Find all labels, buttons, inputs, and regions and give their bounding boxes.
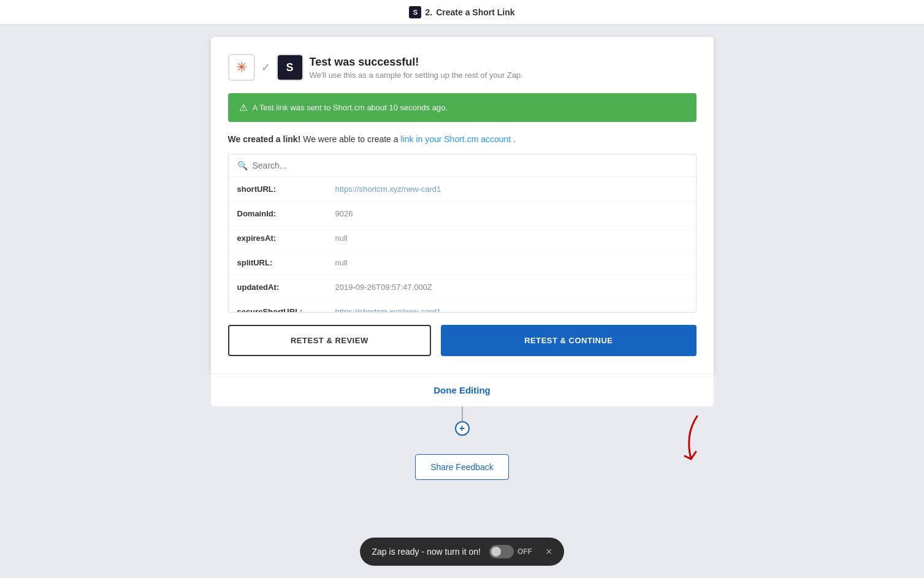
check-icon: ✓	[261, 61, 270, 74]
feedback-section: Share Feedback	[415, 454, 509, 480]
success-subtitle: We'll use this as a sample for setting u…	[310, 70, 523, 80]
short-cm-account-link[interactable]: link in your Short.cm account	[400, 134, 511, 144]
search-icon: 🔍	[237, 161, 248, 170]
search-input[interactable]	[253, 161, 687, 170]
data-row-key: splitURL:	[237, 258, 335, 267]
data-row: updatedAt: 2019-09-26T09:57:47.000Z	[229, 275, 696, 300]
connector: +	[211, 406, 714, 436]
retest-continue-button[interactable]: RETEST & CONTINUE	[441, 325, 696, 356]
success-header: ✳ ✓ S Test was successful! We'll use thi…	[228, 54, 697, 81]
green-alert: ⚠ A Test link was sent to Short.cm about…	[228, 93, 697, 122]
buttons-row: RETEST & REVIEW RETEST & CONTINUE	[228, 325, 697, 356]
zapier-icon: ✳	[228, 54, 255, 81]
toast-close-button[interactable]: ×	[546, 546, 552, 558]
data-row-value: 9026	[335, 209, 353, 218]
toggle-knob[interactable]	[489, 545, 514, 558]
data-row-key: expiresAt:	[237, 234, 335, 243]
alert-icon: ⚠	[239, 102, 248, 113]
data-row-value: null	[335, 234, 348, 243]
search-container: 🔍 shortURL: https://shortcm.xyz/new-card…	[228, 154, 697, 313]
link-created-text: We created a link! We were able to creat…	[228, 134, 697, 144]
data-row-key: updatedAt:	[237, 283, 335, 292]
content-wrapper: ✳ ✓ S Test was successful! We'll use thi…	[0, 25, 924, 541]
alert-message: A Test link was sent to Short.cm about 1…	[253, 103, 448, 112]
card-body: ✳ ✓ S Test was successful! We'll use thi…	[211, 37, 714, 373]
data-row-value: https://shortcm.xyz/new-card1	[335, 307, 441, 312]
link-created-middle: We were able to create a	[303, 134, 400, 144]
data-row: shortURL: https://shortcm.xyz/new-card1	[229, 177, 696, 202]
top-header: S 2. Create a Short Link	[0, 0, 924, 25]
data-row-value: null	[335, 258, 348, 267]
data-row: splitURL: null	[229, 251, 696, 275]
page-title: S 2. Create a Short Link	[409, 6, 514, 18]
data-row-key: shortURL:	[237, 184, 335, 194]
data-row-value: https://shortcm.xyz/new-card1	[335, 184, 441, 194]
data-row: DomainId: 9026	[229, 202, 696, 226]
toast-message: Zap is ready - now turn it on!	[372, 547, 481, 557]
shortcm-logo: S	[277, 54, 304, 81]
red-arrow-icon	[679, 410, 734, 477]
success-text: Test was successful! We'll use this as a…	[310, 56, 523, 80]
shortcm-logo-icon: S	[409, 6, 421, 18]
retest-review-button[interactable]: RETEST & REVIEW	[228, 325, 432, 356]
data-row-key: DomainId:	[237, 209, 335, 218]
data-row: secureShortURL: https://shortcm.xyz/new-…	[229, 300, 696, 312]
data-row-key: secureShortURL:	[237, 307, 335, 312]
done-editing-section: Done Editing	[211, 373, 714, 406]
red-arrow-container	[679, 410, 734, 480]
share-feedback-button[interactable]: Share Feedback	[415, 454, 509, 480]
search-input-row: 🔍	[229, 154, 696, 177]
data-rows: shortURL: https://shortcm.xyz/new-card1 …	[229, 177, 696, 312]
bottom-toast: Zap is ready - now turn it on! OFF ×	[360, 538, 565, 566]
page-wrapper: S 2. Create a Short Link ✳ ✓ S	[0, 0, 924, 578]
success-title: Test was successful!	[310, 56, 523, 69]
toggle-label: OFF	[517, 547, 532, 556]
data-row-value: 2019-09-26T09:57:47.000Z	[335, 283, 432, 292]
link-created-period: .	[513, 134, 516, 144]
add-step-button[interactable]: +	[455, 421, 470, 436]
toast-toggle: OFF	[489, 545, 532, 558]
main-card-wrapper: ✳ ✓ S Test was successful! We'll use thi…	[211, 37, 714, 406]
data-row: expiresAt: null	[229, 226, 696, 251]
done-editing-link[interactable]: Done Editing	[433, 385, 491, 395]
connector-line	[462, 406, 463, 421]
link-created-bold: We created a link!	[228, 134, 301, 144]
